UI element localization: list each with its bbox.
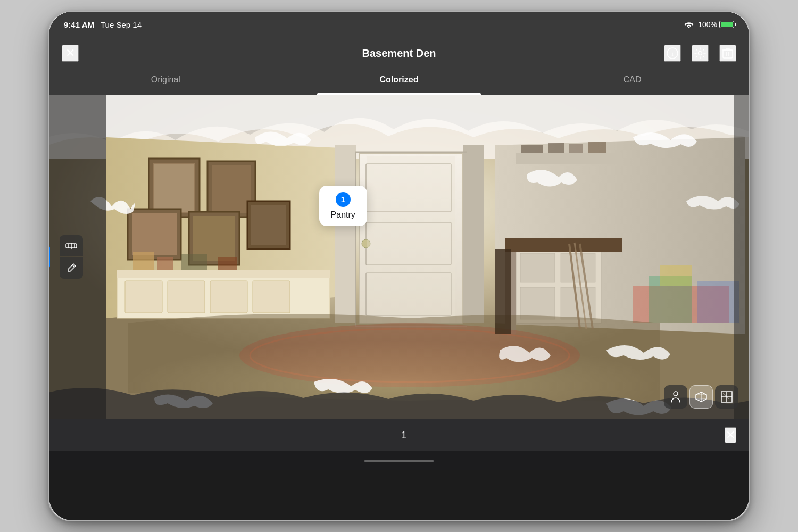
header-left: ✕ xyxy=(62,45,79,62)
svg-point-63 xyxy=(674,392,678,396)
ipad-frame: 9:41 AM Tue Sep 14 100% ✕ xyxy=(48,11,750,521)
view-mode-toolbar xyxy=(664,385,738,409)
svg-line-62 xyxy=(72,265,74,267)
left-toolbar xyxy=(60,235,83,279)
trash-icon xyxy=(722,47,733,59)
svg-rect-11 xyxy=(210,281,247,313)
svg-rect-19 xyxy=(132,213,177,255)
tab-colorized[interactable]: Colorized xyxy=(282,69,516,95)
floorplan-view-button[interactable] xyxy=(715,385,738,409)
svg-rect-57 xyxy=(495,249,511,334)
close-button[interactable]: ✕ xyxy=(62,45,79,62)
home-bar xyxy=(364,460,434,462)
svg-rect-21 xyxy=(193,216,235,261)
page-title: Basement Den xyxy=(362,47,436,60)
edit-icon xyxy=(66,263,77,273)
status-bar: 9:41 AM Tue Sep 14 100% xyxy=(49,12,749,37)
svg-rect-37 xyxy=(569,144,583,153)
svg-rect-10 xyxy=(168,281,205,313)
delete-button[interactable] xyxy=(719,45,736,62)
battery-fill xyxy=(721,22,733,27)
pantry-badge: 1 xyxy=(336,192,351,207)
wifi-icon xyxy=(684,21,694,28)
tab-original[interactable]: Original xyxy=(49,69,282,95)
svg-rect-25 xyxy=(157,257,173,270)
svg-rect-23 xyxy=(251,205,286,245)
svg-rect-4 xyxy=(723,50,733,58)
room-scene-svg xyxy=(49,95,749,419)
svg-rect-12 xyxy=(253,281,290,313)
svg-rect-15 xyxy=(154,164,194,212)
svg-rect-45 xyxy=(505,238,622,252)
building-icon xyxy=(695,391,707,403)
annotation-count: 1 xyxy=(401,430,406,441)
svg-rect-40 xyxy=(520,253,555,282)
ipad-screen: 9:41 AM Tue Sep 14 100% ✕ xyxy=(49,12,749,520)
svg-rect-17 xyxy=(212,165,251,213)
home-indicator xyxy=(49,451,749,470)
svg-point-0 xyxy=(688,27,690,29)
svg-rect-53 xyxy=(734,95,749,419)
svg-rect-27 xyxy=(218,257,237,270)
bottom-bar: 1 ✕ xyxy=(49,419,749,451)
gear-icon xyxy=(694,47,706,59)
status-time: 9:41 AM xyxy=(64,20,94,29)
svg-rect-8 xyxy=(117,270,330,278)
info-button[interactable]: i xyxy=(664,45,681,62)
svg-rect-33 xyxy=(367,156,455,323)
model-view-button[interactable] xyxy=(689,385,713,409)
person-view-button[interactable] xyxy=(664,385,687,409)
battery-icon xyxy=(719,21,734,28)
svg-rect-38 xyxy=(588,142,606,153)
header-right: i xyxy=(664,45,736,62)
pantry-popup[interactable]: 1 Pantry xyxy=(319,186,367,226)
settings-button[interactable] xyxy=(692,45,709,62)
battery-percent: 100% xyxy=(698,20,717,29)
svg-rect-26 xyxy=(181,254,207,270)
tab-cad[interactable]: CAD xyxy=(516,69,749,95)
battery-container: 100% xyxy=(698,20,734,29)
svg-rect-48 xyxy=(697,281,739,323)
svg-rect-9 xyxy=(125,281,162,313)
svg-rect-35 xyxy=(521,145,543,153)
svg-rect-49 xyxy=(660,265,692,286)
svg-rect-36 xyxy=(548,143,564,153)
person-icon xyxy=(670,390,681,403)
status-date: Tue Sep 14 xyxy=(101,20,142,29)
bottom-close-button[interactable]: ✕ xyxy=(725,427,736,443)
svg-rect-24 xyxy=(133,252,154,270)
info-icon: i xyxy=(667,47,678,59)
svg-rect-34 xyxy=(516,153,622,164)
measure-icon xyxy=(65,241,77,251)
main-view[interactable]: 1 Pantry xyxy=(49,95,749,419)
edge-indicator xyxy=(49,246,50,268)
header: ✕ Basement Den i xyxy=(49,37,749,69)
svg-rect-42 xyxy=(520,287,555,319)
floorplan-icon xyxy=(721,391,733,403)
tab-bar: Original Colorized CAD xyxy=(49,69,749,95)
pantry-label: Pantry xyxy=(330,210,356,220)
svg-point-3 xyxy=(699,52,702,55)
svg-text:i: i xyxy=(671,49,674,57)
scene-container: 1 Pantry xyxy=(49,95,749,419)
status-right: 100% xyxy=(684,20,734,29)
edit-button[interactable] xyxy=(60,257,83,279)
measure-button[interactable] xyxy=(60,235,83,256)
status-left: 9:41 AM Tue Sep 14 xyxy=(64,20,142,29)
